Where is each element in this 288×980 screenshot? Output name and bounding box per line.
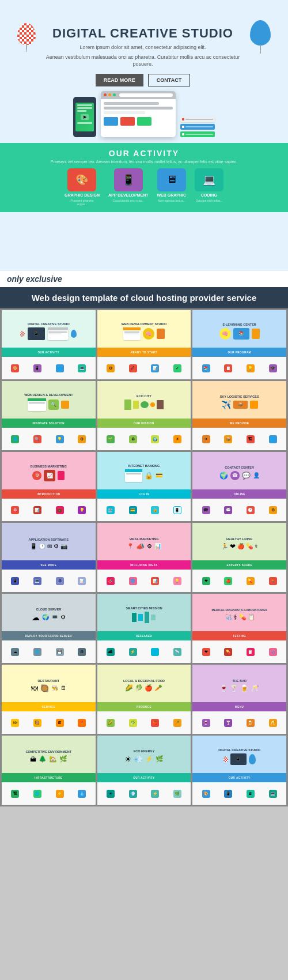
contact-button[interactable]: CONTACT [148,74,190,86]
thumb-card-14[interactable]: MEDICAL DIAGNOSTIC LABORATORIES 🩺 ⚕ 💊 📋 … [192,594,286,663]
exclusive-label: only exclusive [7,274,62,284]
hero-subtitle-2: Aenean vestibulum malesuada orci ac phar… [36,54,250,68]
activity-web-graphic: 🖥 WEB GRAPHIC Nam egestas lectus... [157,168,187,206]
phone-illustration: ▶ [73,97,96,137]
thumb-card-6[interactable]: BUSINESS MARKETING ⚙ 📈 INTRODUCTION 🎯 📊 … [2,452,96,521]
thumb-card-13[interactable]: SMART CITIES MISSION RELEASED 🏙 ⚡ 🌐 📡 [97,594,191,663]
thumb-card-18[interactable]: COMPETITIVE ENVIRONMENT 🏔 🌲 🏡 🌿 INFRASTR… [2,736,96,805]
activity-desc: Praesent vel semper leo. Aenean interdum… [6,160,282,164]
thumb-card-0[interactable]: DIGITAL CREATIVE STUDIO 📱 OUR ACTIVITY 🎨… [2,310,96,379]
browser-illustration [101,91,176,137]
page-title-bar: Web design template of cloud hosting pro… [0,287,288,308]
thumb-card-11[interactable]: HEALTHY LIVING 🏃 ❤ 🍎 💊 ⚕ EXPERTS SHARE ❤… [192,523,286,592]
thumb-card-8[interactable]: CONTACT CENTER 🌍 ☎ 💬 👤 ONLINE ☎ 💬 🕐 ⚙ [192,452,286,521]
thumb-card-4[interactable]: ECO CITY OUR MISSION 🌱 ♻ 🌍 ☀ [97,381,191,450]
page-title: Web design template of cloud hosting pro… [32,293,257,303]
thumb-card-2[interactable]: E-LEARNING CENTER 🧠 📚 OUR PROGRAM 📚 📋 💡 … [192,310,286,379]
thumb-card-12[interactable]: CLOUD SERVER ☁ 🌍 💻 ⚙ DEPLOY YOUR CLOUD S… [2,594,96,663]
activity-title: OUR ACTIVITY [6,149,282,158]
thumb-card-5[interactable]: SKY LOGISTIC SERVICES ✈️ 📦 WE PROVIDE ✈ … [192,381,286,450]
thumbnails-grid: DIGITAL CREATIVE STUDIO 📱 OUR ACTIVITY 🎨… [0,308,288,806]
activity-graphic-design: 🎨 GRAPHIC DESIGN Praesent pharetra augue… [65,168,100,206]
thumb-card-9[interactable]: APPLICATION SOFTWARE 📱 🕐 ✉ ⚙ 📷 SEE MORE … [2,523,96,592]
thumb-card-7[interactable]: INTERNET BANKING 🔒 💳 LOG IN 🏦 💳 🔒 📱 [97,452,191,521]
thumb-card-10[interactable]: VIRAL MARKETING 📍 📣 ⚙ 📊 INCLUDING IDEAS … [97,523,191,592]
documents-illustration [180,116,215,137]
exclusive-banner: only exclusive [0,271,288,287]
thumb-card-17[interactable]: THE BAR 🍷 🍸 🍺 🥂 MENU 🍷 🍸 🍺 🥂 [192,665,286,734]
thumb-card-3[interactable]: WEB DESIGN & DEVELOPMENT 🔍 INNOVATE SOLU… [2,381,96,450]
hero-subtitle-1: Lorem ipsum dolor sit amet, consectetur … [79,44,206,51]
thumb-card-1[interactable]: WEB DEVELOPMENT STUDIO 🧠 READY TO START … [97,310,191,379]
thumb-card-19[interactable]: ECO ENERGY ☀ 💨 ⚡ 🌿 OUR ACTIVITY ☀ 💨 ⚡ 🌿 [97,736,191,805]
activity-app-dev: 📱 APP DEVELOPMENT Class blandit arcu cra… [108,168,149,206]
hero-section: DIGITAL CREATIVE STUDIO Lorem ipsum dolo… [0,0,288,271]
read-more-button[interactable]: READ MORE [96,74,143,86]
hero-title: DIGITAL CREATIVE STUDIO [52,26,233,41]
thumb-card-15[interactable]: RESTAURANT 🍽 🥘 👨‍🍳 🗓 SERVICE 🍽 🥘 🗓 📍 [2,665,96,734]
activity-coding: 💻 CODING Quisque nibh tellus... [195,168,223,206]
thumb-card-16[interactable]: LOCAL & REGIONAL FOOD 🌽 🥬 🍎 🥕 PRODUCE 🌽 … [97,665,191,734]
thumb-card-20[interactable]: DIGITAL CREATIVE STUDIO 📱 OUR ACTIVITY 🎨… [192,736,286,805]
